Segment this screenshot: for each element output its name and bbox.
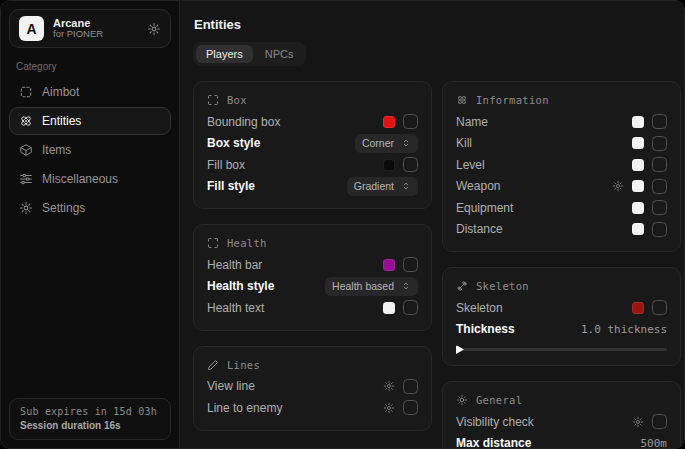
brand-subtitle: for PIONER <box>53 29 138 40</box>
setting-label: Fill style <box>207 179 255 193</box>
sidebar-item-items[interactable]: Items <box>9 136 171 164</box>
checkbox[interactable] <box>652 414 667 429</box>
checkbox[interactable] <box>403 257 418 272</box>
color-swatch[interactable] <box>632 159 644 171</box>
box-style-dropdown[interactable]: Corner <box>355 134 418 153</box>
health-style-dropdown[interactable]: Health based <box>325 277 418 296</box>
setting-label: Health text <box>207 301 264 315</box>
setting-row-max-distance: Max distance 500m <box>456 433 667 449</box>
color-swatch[interactable] <box>383 159 395 171</box>
health-panel-header: Health <box>207 237 418 249</box>
checkbox[interactable] <box>403 300 418 315</box>
setting-row-health-style: Health style Health based <box>207 276 418 298</box>
page-title: Entities <box>194 17 681 32</box>
bone-icon <box>456 280 468 292</box>
sidebar-item-miscellaneous[interactable]: Miscellaneous <box>9 165 171 193</box>
setting-label: Line to enemy <box>207 401 282 415</box>
checkbox[interactable] <box>652 179 667 194</box>
checkbox[interactable] <box>403 157 418 172</box>
unfold-icon <box>401 181 411 191</box>
color-swatch[interactable] <box>632 202 644 214</box>
setting-label: Max distance <box>456 436 531 449</box>
sidebar-nav: Aimbot Entities Items <box>9 78 171 222</box>
sidebar-item-entities[interactable]: Entities <box>9 107 171 135</box>
slider-handle[interactable] <box>456 345 464 354</box>
setting-label: Equipment <box>456 201 513 215</box>
setting-row-health-text: Health text <box>207 297 418 319</box>
checkbox[interactable] <box>652 136 667 151</box>
sidebar-item-label: Items <box>42 143 71 157</box>
color-swatch[interactable] <box>632 223 644 235</box>
checkbox[interactable] <box>403 114 418 129</box>
gear-icon <box>19 201 33 215</box>
setting-label: Bounding box <box>207 115 280 129</box>
checkbox[interactable] <box>652 157 667 172</box>
brand-card: A Arcane for PIONER <box>9 9 171 48</box>
setting-row-line-to-enemy: Line to enemy <box>207 397 418 419</box>
pencil-icon <box>207 359 219 371</box>
panel-title: Information <box>476 94 549 106</box>
setting-row-visibility-check: Visibility check <box>456 411 667 433</box>
sidebar-item-label: Settings <box>42 201 85 215</box>
setting-label: Name <box>456 115 488 129</box>
unfold-icon <box>401 281 411 291</box>
category-label: Category <box>16 61 164 72</box>
subscription-card: Sub expires in 15d 03h Session duration … <box>9 398 171 440</box>
row-settings-gear-icon[interactable] <box>632 416 644 428</box>
setting-label: Thickness <box>456 322 515 336</box>
setting-label: Visibility check <box>456 415 534 429</box>
sidebar-item-label: Miscellaneous <box>42 172 118 186</box>
color-swatch[interactable] <box>383 116 395 128</box>
sidebar-item-aimbot[interactable]: Aimbot <box>9 78 171 106</box>
setting-row-skeleton: Skeleton <box>456 297 667 319</box>
checkbox[interactable] <box>403 400 418 415</box>
unfold-icon <box>401 138 411 148</box>
setting-row-equipment: Equipment <box>456 197 667 219</box>
crosshair-icon <box>19 85 33 99</box>
checkbox[interactable] <box>403 379 418 394</box>
sidebar-item-label: Entities <box>42 114 81 128</box>
setting-row-box-style: Box style Corner <box>207 133 418 155</box>
tab-npcs[interactable]: NPCs <box>255 45 304 63</box>
gear-icon[interactable] <box>147 22 161 36</box>
color-swatch[interactable] <box>632 137 644 149</box>
color-swatch[interactable] <box>632 116 644 128</box>
sidebar-item-settings[interactable]: Settings <box>9 194 171 222</box>
brand-text: Arcane for PIONER <box>53 17 138 41</box>
cube-icon <box>19 143 33 157</box>
row-settings-gear-icon[interactable] <box>383 380 395 392</box>
tab-players[interactable]: Players <box>196 45 253 63</box>
fill-style-dropdown[interactable]: Gradient <box>347 177 418 196</box>
setting-row-kill: Kill <box>456 133 667 155</box>
sidebar: A Arcane for PIONER Category Aim <box>1 1 180 448</box>
lines-panel: Lines View line <box>193 346 432 431</box>
corners-icon <box>207 94 219 106</box>
checkbox[interactable] <box>652 200 667 215</box>
box-panel: Box Bounding box Box style Corner <box>193 81 432 209</box>
checkbox[interactable] <box>652 300 667 315</box>
thickness-slider[interactable] <box>456 348 667 351</box>
dropdown-value: Corner <box>362 137 394 149</box>
checkbox[interactable] <box>652 222 667 237</box>
app-window: A Arcane for PIONER Category Aim <box>0 0 685 449</box>
panel-title: Lines <box>227 359 260 371</box>
color-swatch[interactable] <box>383 302 395 314</box>
setting-label: Fill box <box>207 158 245 172</box>
color-swatch[interactable] <box>383 259 395 271</box>
color-swatch[interactable] <box>632 302 644 314</box>
panel-title: Skeleton <box>476 280 529 292</box>
tab-bar: Players NPCs <box>193 42 306 66</box>
lines-panel-header: Lines <box>207 359 418 371</box>
session-duration-text: Session duration 16s <box>20 420 160 431</box>
sun-icon <box>456 394 468 406</box>
skeleton-panel-header: Skeleton <box>456 280 667 292</box>
row-settings-gear-icon[interactable] <box>612 180 624 192</box>
setting-label: Health style <box>207 279 274 293</box>
color-swatch[interactable] <box>632 180 644 192</box>
sidebar-item-label: Aimbot <box>42 85 79 99</box>
row-settings-gear-icon[interactable] <box>383 402 395 414</box>
checkbox[interactable] <box>652 114 667 129</box>
setting-label: Level <box>456 158 485 172</box>
information-panel: Information Name Kill <box>442 81 681 252</box>
setting-label: Distance <box>456 222 503 236</box>
